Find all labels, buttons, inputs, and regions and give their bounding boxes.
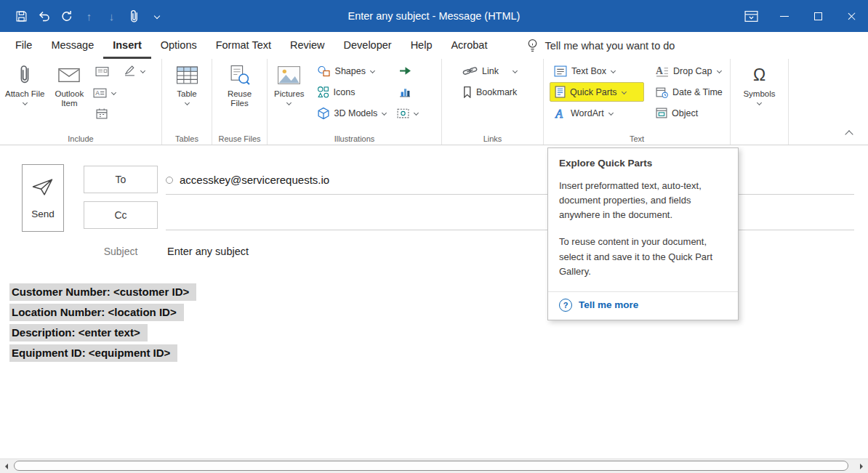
to-button[interactable]: To — [84, 166, 158, 193]
calendar-button[interactable] — [92, 104, 112, 124]
tab-developer[interactable]: Developer — [334, 32, 401, 59]
collapse-ribbon-button[interactable] — [845, 130, 853, 138]
calendar-icon — [96, 108, 108, 119]
outlook-message-window: ↑ ↓ Enter any subject - Message (HTML) F… — [0, 0, 868, 473]
ribbon-group-links: Link Bookmark Links — [442, 59, 544, 145]
signature-button[interactable] — [121, 61, 147, 81]
tab-file[interactable]: File — [6, 32, 41, 59]
quick-access-toolbar: ↑ ↓ — [0, 5, 168, 27]
right-arrow-icon — [860, 464, 863, 469]
link-button[interactable]: Link — [458, 61, 540, 81]
screenshot-button[interactable] — [395, 103, 420, 123]
chevron-down-icon — [611, 68, 616, 73]
text-box-button[interactable]: Text Box — [550, 61, 644, 81]
tell-me-box[interactable]: Tell me what you want to do — [527, 32, 675, 59]
tab-message[interactable]: Message — [41, 32, 103, 59]
group-label-illustrations: Illustrations — [268, 134, 441, 143]
subject-field[interactable]: Enter any subject — [167, 246, 249, 257]
link-chain-icon — [462, 65, 478, 76]
tooltip-paragraph: To reuse content in your document, selec… — [559, 235, 727, 278]
minimize-icon — [780, 16, 789, 17]
outlook-item-button[interactable]: Outlook Item — [47, 61, 92, 108]
chevron-down-icon — [622, 89, 627, 94]
to-field[interactable]: accesskey@servicerequests.io — [166, 166, 854, 195]
ribbon-group-symbols: Ω Symbols — [731, 59, 789, 145]
body-line[interactable]: Location Number: <location ID> — [9, 304, 184, 321]
titlebar: ↑ ↓ Enter any subject - Message (HTML) — [0, 0, 868, 32]
horizontal-scrollbar[interactable] — [0, 458, 868, 473]
shapes-icon — [317, 65, 331, 77]
ribbon-filler — [789, 59, 868, 145]
smartart-button[interactable] — [395, 61, 415, 81]
close-button[interactable] — [835, 0, 868, 32]
attach-file-button[interactable]: Attach File — [3, 61, 47, 105]
tab-review[interactable]: Review — [281, 32, 334, 59]
customize-quick-access-button[interactable] — [145, 5, 168, 27]
left-arrow-icon — [5, 464, 8, 469]
quick-parts-tooltip: Explore Quick Parts Insert preformatted … — [547, 147, 739, 320]
symbols-button[interactable]: Ω Symbols — [741, 61, 777, 105]
drop-cap-button[interactable]: ADrop Cap — [651, 61, 727, 81]
maximize-button[interactable] — [801, 0, 835, 32]
object-button[interactable]: Object — [651, 103, 727, 123]
group-label-text: Text — [544, 134, 730, 143]
3d-models-button[interactable]: 3D Models — [313, 103, 391, 123]
business-card-icon — [95, 66, 109, 77]
maximize-icon — [814, 12, 822, 20]
scroll-right-button[interactable] — [855, 459, 868, 473]
tooltip-paragraph: Insert preformatted text, auto-text, doc… — [559, 179, 727, 222]
lightbulb-icon — [527, 39, 538, 53]
shapes-button[interactable]: Shapes — [313, 61, 391, 81]
body-line[interactable]: Description: <enter text> — [9, 324, 148, 341]
save-button[interactable] — [10, 5, 33, 27]
pictures-icon — [277, 63, 301, 86]
card-gallery-button[interactable]: A — [92, 83, 117, 102]
help-icon: ? — [559, 299, 572, 312]
chevron-down-icon — [716, 68, 721, 73]
tooltip-title: Explore Quick Parts — [559, 158, 727, 169]
close-icon — [847, 12, 856, 21]
paper-plane-icon — [31, 177, 55, 197]
tab-insert[interactable]: Insert — [103, 32, 151, 59]
chevron-down-icon — [757, 100, 762, 105]
tell-me-label: Tell me what you want to do — [544, 40, 675, 52]
reuse-files-button[interactable]: Reuse Files — [217, 61, 262, 108]
svg-text:A: A — [656, 65, 663, 76]
bookmark-button[interactable]: Bookmark — [458, 82, 540, 102]
wordart-button[interactable]: AWordArt — [550, 103, 644, 123]
send-button[interactable]: Send — [22, 164, 64, 232]
drop-cap-icon: A — [656, 65, 669, 77]
ribbon-group-text: Text Box Quick Parts AWordArt ADrop Cap … — [544, 59, 731, 145]
scroll-left-button[interactable] — [0, 459, 13, 473]
chevron-down-icon — [111, 90, 116, 95]
body-line[interactable]: Customer Number: <customer ID> — [9, 283, 196, 301]
business-card-button[interactable] — [92, 62, 112, 81]
cc-button[interactable]: Cc — [84, 201, 158, 229]
quick-parts-button[interactable]: Quick Parts — [550, 82, 644, 102]
pictures-button[interactable]: Pictures — [272, 61, 307, 105]
date-time-button[interactable]: Date & Time — [651, 82, 727, 102]
chevron-down-icon — [286, 100, 292, 105]
minimize-button[interactable] — [768, 0, 801, 32]
tell-me-more-link[interactable]: Tell me more — [579, 299, 638, 310]
scrollbar-thumb[interactable] — [14, 461, 848, 471]
chart-button[interactable] — [395, 82, 415, 102]
table-button[interactable]: Table — [174, 61, 201, 105]
text-box-icon — [554, 65, 567, 77]
card-lines-icon: A — [93, 88, 107, 98]
ribbon-display-options-button[interactable] — [734, 0, 768, 32]
to-recipient[interactable]: accesskey@servicerequests.io — [180, 174, 329, 186]
tab-help[interactable]: Help — [401, 32, 442, 59]
redo-button[interactable] — [55, 5, 78, 27]
3d-cube-icon — [317, 107, 330, 120]
presence-circle-icon — [166, 177, 173, 184]
undo-button[interactable] — [33, 5, 55, 27]
tab-format-text[interactable]: Format Text — [206, 32, 281, 59]
tooltip-footer: ? Tell me more — [548, 291, 738, 317]
tab-acrobat[interactable]: Acrobat — [441, 32, 497, 59]
chevron-down-icon — [382, 110, 387, 116]
body-line[interactable]: Equipment ID: <equipment ID> — [9, 344, 177, 362]
cc-field[interactable] — [166, 201, 854, 230]
tab-options[interactable]: Options — [151, 32, 206, 59]
icons-button[interactable]: Icons — [313, 82, 391, 102]
